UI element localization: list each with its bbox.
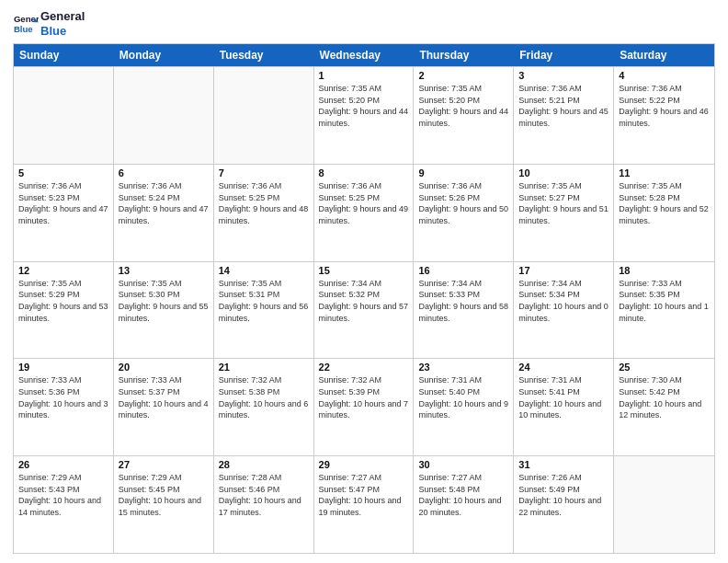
- cal-cell: [114, 67, 214, 164]
- sunset-text: Sunset: 5:21 PM: [518, 95, 609, 107]
- sunset-text: Sunset: 5:20 PM: [418, 95, 508, 107]
- day-number: 6: [119, 167, 209, 178]
- sunrise-text: Sunrise: 7:35 AM: [18, 278, 108, 290]
- cal-cell: 26Sunrise: 7:29 AMSunset: 5:43 PMDayligh…: [14, 456, 114, 553]
- day-number: 17: [518, 265, 609, 276]
- cal-cell: 16Sunrise: 7:34 AMSunset: 5:33 PMDayligh…: [414, 262, 514, 359]
- day-number: 5: [18, 167, 108, 178]
- daylight-text: Daylight: 10 hours and 17 minutes.: [219, 495, 309, 518]
- header-day-tuesday: Tuesday: [214, 44, 314, 66]
- sunset-text: Sunset: 5:46 PM: [219, 484, 309, 496]
- sunset-text: Sunset: 5:23 PM: [18, 192, 108, 204]
- cal-cell: 21Sunrise: 7:32 AMSunset: 5:38 PMDayligh…: [214, 359, 314, 455]
- sunrise-text: Sunrise: 7:35 AM: [119, 278, 209, 290]
- logo: General Blue General Blue: [13, 9, 85, 38]
- logo-icon: General Blue: [13, 11, 39, 37]
- cal-cell: 15Sunrise: 7:34 AMSunset: 5:32 PMDayligh…: [314, 262, 415, 359]
- cal-cell: 24Sunrise: 7:31 AMSunset: 5:41 PMDayligh…: [514, 359, 614, 455]
- logo-text-general: General: [40, 9, 85, 24]
- daylight-text: Daylight: 9 hours and 45 minutes.: [518, 106, 609, 129]
- day-number: 3: [518, 70, 609, 81]
- sunrise-text: Sunrise: 7:34 AM: [418, 278, 508, 290]
- cal-cell: 27Sunrise: 7:29 AMSunset: 5:45 PMDayligh…: [114, 456, 214, 553]
- day-number: 24: [518, 362, 609, 373]
- header-day-thursday: Thursday: [414, 44, 514, 66]
- sunset-text: Sunset: 5:36 PM: [18, 386, 108, 398]
- sunrise-text: Sunrise: 7:35 AM: [619, 180, 710, 192]
- svg-text:Blue: Blue: [14, 23, 33, 33]
- sunrise-text: Sunrise: 7:36 AM: [219, 180, 309, 192]
- day-number: 4: [619, 70, 710, 81]
- week-row-2: 5Sunrise: 7:36 AMSunset: 5:23 PMDaylight…: [14, 164, 714, 261]
- cal-cell: 25Sunrise: 7:30 AMSunset: 5:42 PMDayligh…: [614, 359, 714, 455]
- week-row-4: 19Sunrise: 7:33 AMSunset: 5:36 PMDayligh…: [14, 358, 714, 455]
- cal-cell: 3Sunrise: 7:36 AMSunset: 5:21 PMDaylight…: [514, 67, 614, 164]
- sunset-text: Sunset: 5:37 PM: [119, 386, 209, 398]
- sunrise-text: Sunrise: 7:30 AM: [619, 374, 710, 386]
- cal-cell: 14Sunrise: 7:35 AMSunset: 5:31 PMDayligh…: [214, 262, 314, 359]
- cal-cell: 1Sunrise: 7:35 AMSunset: 5:20 PMDaylight…: [314, 67, 415, 164]
- header-day-saturday: Saturday: [614, 44, 714, 66]
- sunset-text: Sunset: 5:28 PM: [619, 192, 710, 204]
- header: General Blue General Blue: [13, 9, 715, 38]
- sunrise-text: Sunrise: 7:28 AM: [219, 472, 309, 484]
- day-number: 30: [418, 459, 508, 470]
- daylight-text: Daylight: 9 hours and 44 minutes.: [319, 106, 409, 129]
- sunset-text: Sunset: 5:39 PM: [319, 386, 409, 398]
- daylight-text: Daylight: 10 hours and 7 minutes.: [319, 398, 409, 421]
- daylight-text: Daylight: 9 hours and 46 minutes.: [619, 106, 710, 129]
- sunset-text: Sunset: 5:33 PM: [418, 289, 508, 301]
- sunset-text: Sunset: 5:43 PM: [18, 484, 108, 496]
- cal-cell: 23Sunrise: 7:31 AMSunset: 5:40 PMDayligh…: [414, 359, 514, 455]
- sunset-text: Sunset: 5:29 PM: [18, 289, 108, 301]
- day-number: 22: [319, 362, 409, 373]
- sunset-text: Sunset: 5:24 PM: [119, 192, 209, 204]
- cal-cell: 17Sunrise: 7:34 AMSunset: 5:34 PMDayligh…: [514, 262, 614, 359]
- day-number: 9: [418, 167, 508, 178]
- cal-cell: 20Sunrise: 7:33 AMSunset: 5:37 PMDayligh…: [114, 359, 214, 455]
- daylight-text: Daylight: 10 hours and 3 minutes.: [18, 398, 108, 421]
- day-number: 21: [219, 362, 309, 373]
- sunset-text: Sunset: 5:49 PM: [518, 484, 609, 496]
- day-number: 19: [18, 362, 108, 373]
- cal-cell: 29Sunrise: 7:27 AMSunset: 5:47 PMDayligh…: [314, 456, 415, 553]
- sunrise-text: Sunrise: 7:35 AM: [518, 180, 609, 192]
- sunrise-text: Sunrise: 7:34 AM: [319, 278, 409, 290]
- cal-cell: 7Sunrise: 7:36 AMSunset: 5:25 PMDaylight…: [214, 165, 314, 261]
- daylight-text: Daylight: 10 hours and 1 minute.: [619, 301, 710, 324]
- sunset-text: Sunset: 5:35 PM: [619, 289, 710, 301]
- week-row-3: 12Sunrise: 7:35 AMSunset: 5:29 PMDayligh…: [14, 261, 714, 359]
- sunset-text: Sunset: 5:41 PM: [518, 386, 609, 398]
- day-number: 1: [319, 70, 409, 81]
- sunrise-text: Sunrise: 7:32 AM: [219, 374, 309, 386]
- cal-cell: 9Sunrise: 7:36 AMSunset: 5:26 PMDaylight…: [414, 165, 514, 261]
- cal-cell: [214, 67, 314, 164]
- sunset-text: Sunset: 5:30 PM: [119, 289, 209, 301]
- logo-text-blue: Blue: [40, 24, 85, 39]
- cal-cell: 18Sunrise: 7:33 AMSunset: 5:35 PMDayligh…: [614, 262, 714, 359]
- sunrise-text: Sunrise: 7:34 AM: [518, 278, 609, 290]
- sunrise-text: Sunrise: 7:36 AM: [518, 83, 609, 95]
- daylight-text: Daylight: 10 hours and 0 minutes.: [518, 301, 609, 324]
- daylight-text: Daylight: 9 hours and 51 minutes.: [518, 203, 609, 226]
- sunset-text: Sunset: 5:25 PM: [219, 192, 309, 204]
- sunrise-text: Sunrise: 7:32 AM: [319, 374, 409, 386]
- sunrise-text: Sunrise: 7:33 AM: [18, 374, 108, 386]
- day-number: 10: [518, 167, 609, 178]
- sunset-text: Sunset: 5:27 PM: [518, 192, 609, 204]
- week-row-1: 1Sunrise: 7:35 AMSunset: 5:20 PMDaylight…: [14, 66, 714, 164]
- day-number: 31: [518, 459, 609, 470]
- cal-cell: 6Sunrise: 7:36 AMSunset: 5:24 PMDaylight…: [114, 165, 214, 261]
- cal-cell: 8Sunrise: 7:36 AMSunset: 5:25 PMDaylight…: [314, 165, 415, 261]
- header-day-monday: Monday: [114, 44, 214, 66]
- cal-cell: 4Sunrise: 7:36 AMSunset: 5:22 PMDaylight…: [614, 67, 714, 164]
- sunrise-text: Sunrise: 7:26 AM: [518, 472, 609, 484]
- day-number: 12: [18, 265, 108, 276]
- daylight-text: Daylight: 9 hours and 58 minutes.: [418, 301, 508, 324]
- daylight-text: Daylight: 10 hours and 12 minutes.: [619, 398, 710, 421]
- sunrise-text: Sunrise: 7:29 AM: [119, 472, 209, 484]
- daylight-text: Daylight: 9 hours and 47 minutes.: [18, 203, 108, 226]
- sunset-text: Sunset: 5:47 PM: [319, 484, 409, 496]
- cal-cell: 5Sunrise: 7:36 AMSunset: 5:23 PMDaylight…: [14, 165, 114, 261]
- daylight-text: Daylight: 9 hours and 48 minutes.: [219, 203, 309, 226]
